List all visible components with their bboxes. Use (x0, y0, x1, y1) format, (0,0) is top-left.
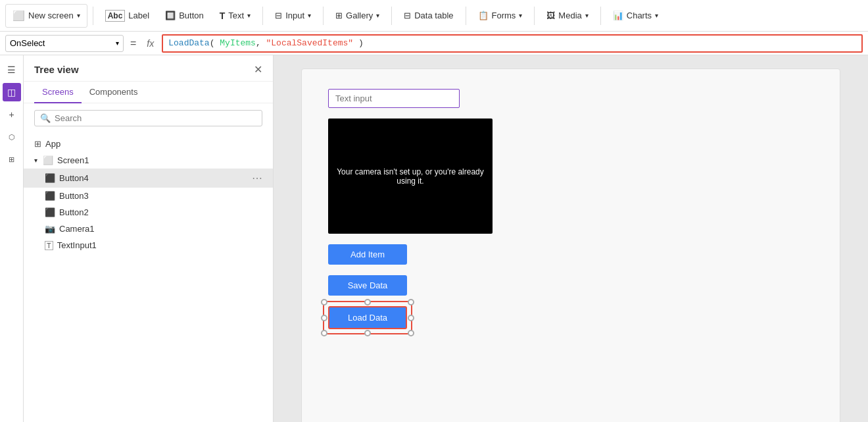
charts-chevron: ▾ (655, 12, 658, 19)
textinput1-label: TextInput1 (57, 240, 262, 250)
layers-icon-btn[interactable]: ◫ (3, 83, 21, 101)
formula-comma: , (256, 38, 266, 48)
handle-bottom-left[interactable] (321, 330, 327, 336)
new-screen-button[interactable]: ⬜ New screen ▾ (5, 4, 87, 28)
tree-item-button3[interactable]: ⬛ Button3 (24, 188, 273, 204)
text-button[interactable]: T Text ▾ (213, 4, 257, 28)
data-table-icon: ⊟ (404, 11, 411, 20)
property-chevron: ▾ (116, 40, 119, 47)
load-data-button[interactable]: Load Data (328, 306, 407, 329)
search-input[interactable] (55, 113, 256, 123)
tree-item-camera1[interactable]: 📷 Camera1 (24, 221, 273, 237)
divider-1 (93, 7, 93, 25)
canvas-camera: Your camera isn't set up, or you're alre… (328, 119, 493, 234)
add-item-button[interactable]: Add Item (328, 244, 407, 265)
formula-param2: "LocalSavedItems" (266, 38, 354, 48)
forms-button[interactable]: 📋 Forms ▾ (471, 4, 529, 28)
tree-item-textinput1[interactable]: T TextInput1 (24, 237, 273, 253)
handle-top-middle[interactable] (364, 299, 371, 305)
textinput1-icon: T (45, 241, 53, 250)
formula-input[interactable]: LoadData ( MyItems , "LocalSavedItems" ) (162, 34, 863, 53)
gallery-button[interactable]: ⊞ Gallery ▾ (329, 4, 386, 28)
handle-bottom-right[interactable] (408, 330, 414, 336)
tab-components[interactable]: Components (82, 82, 146, 103)
formula-space (214, 38, 220, 48)
tree-item-screen1[interactable]: ▾ ⬜ Screen1 (24, 152, 273, 169)
media-button[interactable]: 🖼 Media ▾ (540, 4, 594, 28)
text-label: Text (228, 11, 244, 20)
handle-middle-left[interactable] (321, 315, 327, 321)
equals-sign: = (128, 38, 139, 49)
gallery-icon: ⊞ (335, 11, 343, 20)
main-layout: ☰ ◫ + ⬡ ⊞ Tree view ✕ Screens Components… (0, 55, 868, 422)
formula-bar: OnSelect ▾ = fx LoadData ( MyItems , "Lo… (0, 32, 868, 55)
handle-top-left[interactable] (321, 299, 327, 305)
divider-2 (262, 7, 263, 25)
tree-panel: Tree view ✕ Screens Components 🔍 ⊞ App ▾… (24, 55, 274, 422)
app-icon: ⊞ (34, 139, 41, 149)
save-data-button[interactable]: Save Data (328, 275, 407, 296)
app-label: App (45, 139, 262, 149)
button2-label: Button2 (59, 207, 262, 217)
button2-icon: ⬛ (45, 207, 55, 217)
input-button[interactable]: ⊟ Input ▾ (268, 4, 318, 28)
label-label: Label (128, 11, 149, 20)
divider-4 (391, 7, 392, 25)
tree-item-app[interactable]: ⊞ App (24, 136, 273, 152)
tree-header: Tree view ✕ (24, 55, 273, 82)
data-table-button[interactable]: ⊟ Data table (397, 4, 460, 28)
divider-5 (466, 7, 466, 25)
tree-search-container: 🔍 (34, 110, 262, 126)
text-icon: T (220, 11, 226, 21)
formula-paren-open: ( (210, 38, 215, 48)
button4-more-button[interactable]: ⋯ (252, 172, 262, 184)
components-icon-btn[interactable]: ⊞ (3, 150, 21, 169)
formula-function: LoadData (168, 38, 209, 48)
divider-3 (323, 7, 324, 25)
formula-space2 (353, 38, 358, 48)
handle-bottom-middle[interactable] (364, 330, 371, 336)
divider-7 (600, 7, 601, 25)
forms-icon: 📋 (478, 11, 489, 20)
formula-param1: MyItems (220, 38, 256, 48)
tab-screens[interactable]: Screens (34, 82, 82, 103)
tree-item-button2[interactable]: ⬛ Button2 (24, 204, 273, 221)
button-button[interactable]: 🔲 Button (158, 4, 210, 28)
button-icon: 🔲 (165, 11, 176, 20)
charts-button[interactable]: 📊 Charts ▾ (606, 4, 665, 28)
handle-middle-right[interactable] (408, 315, 414, 321)
gallery-chevron: ▾ (376, 12, 379, 19)
gallery-label: Gallery (346, 11, 373, 20)
tree-item-button4[interactable]: ⬛ Button4 ⋯ (24, 169, 273, 188)
camera-message: Your camera isn't set up, or you're alre… (328, 161, 493, 192)
property-label: OnSelect (10, 38, 45, 48)
menu-icon-btn[interactable]: ☰ (3, 61, 21, 79)
fx-button[interactable]: fx (143, 38, 158, 49)
canvas-text-input[interactable] (328, 89, 460, 108)
forms-label: Forms (492, 11, 516, 20)
input-chevron: ▾ (308, 12, 311, 19)
load-data-label: Load Data (348, 313, 387, 323)
tree-close-button[interactable]: ✕ (254, 63, 262, 76)
load-data-wrapper: Load Data (328, 306, 407, 329)
forms-chevron: ▾ (519, 12, 522, 19)
property-selector[interactable]: OnSelect ▾ (5, 35, 124, 52)
input-icon: ⊟ (275, 11, 282, 20)
handle-top-right[interactable] (408, 299, 414, 305)
media-icon: 🖼 (546, 11, 555, 20)
canvas-area: Your camera isn't set up, or you're alre… (274, 55, 868, 422)
label-button[interactable]: Abc Label (99, 4, 156, 28)
input-label: Input (285, 11, 304, 20)
charts-label: Charts (627, 11, 652, 20)
toolbar: ⬜ New screen ▾ Abc Label 🔲 Button T Text… (0, 0, 868, 32)
tree-content: ⊞ App ▾ ⬜ Screen1 ⬛ Button4 ⋯ ⬛ Button3 (24, 133, 273, 422)
screen1-chevron: ▾ (34, 157, 37, 164)
new-screen-chevron: ▾ (77, 12, 80, 19)
data-icon-btn[interactable]: ⬡ (3, 128, 21, 146)
camera1-label: Camera1 (59, 224, 262, 234)
formula-paren-close: ) (358, 38, 364, 48)
add-icon-btn[interactable]: + (3, 105, 21, 124)
button4-label: Button4 (59, 173, 248, 183)
charts-icon: 📊 (613, 11, 623, 20)
button4-icon: ⬛ (45, 173, 55, 183)
